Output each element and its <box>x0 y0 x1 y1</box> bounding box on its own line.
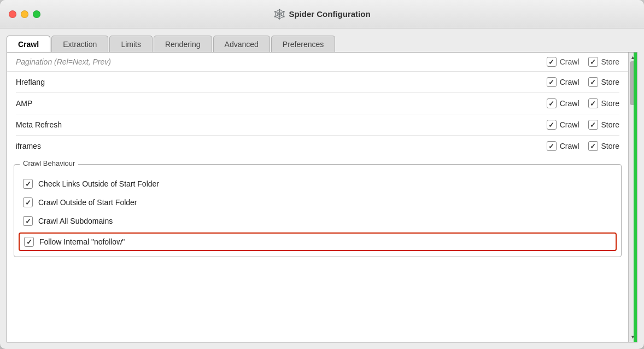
pagination-store-checkbox[interactable] <box>588 57 598 67</box>
close-button[interactable] <box>9 10 16 18</box>
amp-crawl-group: Crawl <box>547 98 579 108</box>
tab-extraction[interactable]: Extraction <box>51 36 108 53</box>
meta-refresh-crawl-group: Crawl <box>547 120 579 130</box>
meta-refresh-crawl-checkbox[interactable] <box>547 120 557 130</box>
tab-crawl[interactable]: Crawl <box>7 36 50 53</box>
table-row: Hreflang Crawl Store <box>16 72 619 93</box>
hreflang-store-group: Store <box>588 77 619 87</box>
crawl-all-subdomains-checkbox[interactable] <box>23 216 33 226</box>
crawl-outside-label: Crawl Outside of Start Folder <box>38 198 137 207</box>
iframes-store-label: Store <box>601 142 619 150</box>
iframes-crawl-group: Crawl <box>547 141 579 151</box>
list-item: Check Links Outside of Start Folder <box>23 174 612 193</box>
iframes-crawl-checkbox[interactable] <box>547 141 557 151</box>
iframes-store-group: Store <box>588 141 619 151</box>
hreflang-store-label: Store <box>601 78 619 86</box>
table-row: Meta Refresh Crawl Store <box>16 114 619 136</box>
check-links-outside-checkbox[interactable] <box>23 179 33 189</box>
hreflang-crawl-group: Crawl <box>547 77 579 87</box>
amp-store-group: Store <box>588 98 619 108</box>
pagination-store-label: Store <box>601 57 619 66</box>
meta-refresh-store-label: Store <box>601 120 619 129</box>
amp-label: AMP <box>16 99 542 108</box>
crawl-all-subdomains-label: Crawl All Subdomains <box>38 217 113 225</box>
tab-preferences[interactable]: Preferences <box>271 36 335 53</box>
content-area: Pagination (Rel=Next, Prev) Crawl Store … <box>7 52 637 342</box>
window-title: 🕸️ Spider Configuration <box>273 8 370 20</box>
title-icon: 🕸️ <box>273 8 285 20</box>
iframes-store-checkbox[interactable] <box>588 141 598 151</box>
iframes-crawl-label: Crawl <box>560 142 579 150</box>
tab-limits[interactable]: Limits <box>109 36 153 53</box>
main-window: 🕸️ Spider Configuration Crawl Extraction… <box>0 0 644 349</box>
follow-nofollow-label: Follow Internal "nofollow" <box>39 237 125 246</box>
list-item: Crawl All Subdomains <box>23 212 612 230</box>
minimize-button[interactable] <box>21 10 28 18</box>
crawl-behaviour-section: Crawl Behaviour Check Links Outside of S… <box>14 164 622 257</box>
hreflang-store-checkbox[interactable] <box>588 77 598 87</box>
title-bar: 🕸️ Spider Configuration <box>0 0 644 28</box>
crawl-outside-checkbox[interactable] <box>23 197 33 207</box>
iframes-label: iframes <box>16 142 542 150</box>
list-item: Crawl Outside of Start Folder <box>23 193 612 212</box>
table-row: iframes Crawl Store <box>16 136 619 156</box>
amp-store-checkbox[interactable] <box>588 98 598 108</box>
amp-crawl-label: Crawl <box>560 99 579 108</box>
maximize-button[interactable] <box>33 10 40 18</box>
traffic-lights <box>9 10 40 18</box>
meta-refresh-crawl-label: Crawl <box>560 120 579 129</box>
title-text: Spider Configuration <box>289 9 370 19</box>
meta-refresh-store-group: Store <box>588 120 619 130</box>
list-item: Follow Internal "nofollow" <box>19 232 617 251</box>
pagination-crawl-label: Crawl <box>560 57 579 66</box>
meta-refresh-store-checkbox[interactable] <box>588 120 598 130</box>
amp-store-label: Store <box>601 99 619 108</box>
hreflang-label: Hreflang <box>16 78 542 86</box>
truncated-pagination-row: Pagination (Rel=Next, Prev) <box>16 57 542 66</box>
table-row: AMP Crawl Store <box>16 93 619 114</box>
meta-refresh-label: Meta Refresh <box>16 120 542 129</box>
tab-rendering[interactable]: Rendering <box>154 36 212 53</box>
hreflang-crawl-checkbox[interactable] <box>547 77 557 87</box>
check-links-outside-label: Check Links Outside of Start Folder <box>38 179 159 188</box>
link-type-section: Hreflang Crawl Store AMP Crawl <box>7 72 628 156</box>
amp-crawl-checkbox[interactable] <box>547 98 557 108</box>
tab-advanced[interactable]: Advanced <box>213 36 270 53</box>
main-content: Pagination (Rel=Next, Prev) Crawl Store … <box>7 53 628 342</box>
crawl-behaviour-title: Crawl Behaviour <box>20 159 78 167</box>
tab-bar: Crawl Extraction Limits Rendering Advanc… <box>0 28 644 52</box>
hreflang-crawl-label: Crawl <box>560 78 579 86</box>
pagination-crawl-checkbox[interactable] <box>547 57 557 67</box>
follow-nofollow-checkbox[interactable] <box>24 237 34 247</box>
green-indicator <box>634 53 637 342</box>
